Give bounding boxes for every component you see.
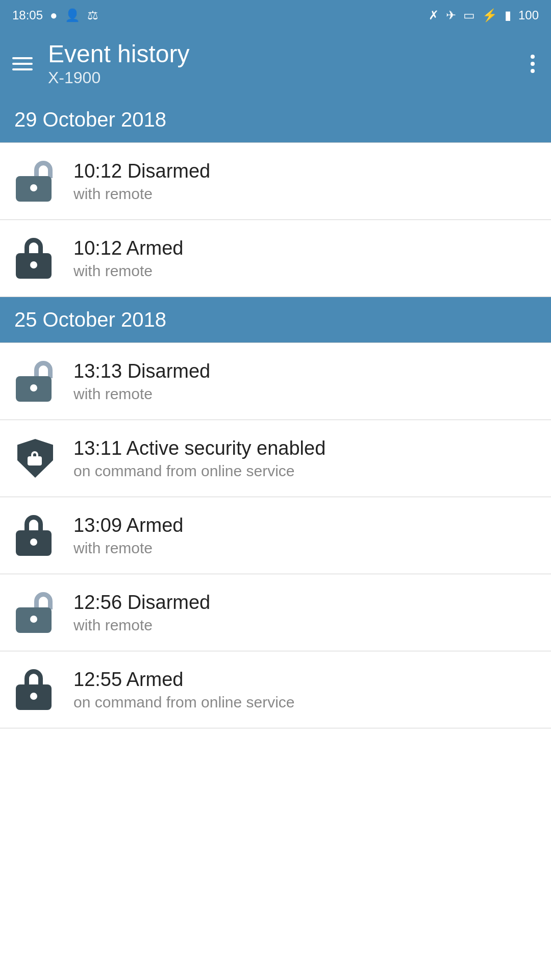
time-display: 18:05 [12,8,43,22]
event-icon-disarmed [12,590,58,635]
event-text: 12:55 Armed on command from online servi… [73,668,539,711]
lock-open-icon [16,161,55,202]
event-title: 13:13 Disarmed [73,360,539,383]
event-subtitle: with remote [73,617,539,634]
battery-icon: ▮ [505,8,511,22]
date-header-1: 29 October 2018 [0,97,551,142]
event-item: 12:56 Disarmed with remote [0,574,551,651]
event-title: 12:56 Disarmed [73,591,539,615]
event-icon-armed [12,512,58,558]
sim-icon: ▭ [463,8,475,22]
status-bar: 18:05 ● 👤 ⚖ ✗ ✈ ▭ ⚡ ▮ 100 [0,0,551,31]
messages-icon: ● [50,8,58,22]
status-right: ✗ ✈ ▭ ⚡ ▮ 100 [429,8,539,22]
event-title: 10:12 Disarmed [73,160,539,183]
more-options-button[interactable] [527,51,539,77]
status-left: 18:05 ● 👤 ⚖ [12,8,98,22]
lock-closed-icon [16,515,55,556]
event-subtitle: with remote [73,385,539,403]
lock-closed-icon [16,238,55,279]
event-title: 13:09 Armed [73,514,539,537]
shield-icon [16,438,55,479]
lock-closed-icon [16,669,55,710]
toolbar: Event history X-1900 [0,31,551,97]
battery-level: 100 [518,8,539,22]
event-text: 13:13 Disarmed with remote [73,360,539,403]
event-subtitle: on command from online service [73,694,539,711]
event-text: 13:09 Armed with remote [73,514,539,557]
event-item: 13:13 Disarmed with remote [0,343,551,420]
event-text: 12:56 Disarmed with remote [73,591,539,634]
usb-icon: ⚖ [87,8,98,22]
device-name: X-1900 [48,68,527,87]
people-icon: 👤 [65,8,80,22]
event-title: 13:11 Active security enabled [73,437,539,460]
event-item: 10:12 Armed with remote [0,220,551,297]
event-subtitle: with remote [73,185,539,203]
event-icon-disarmed [12,358,58,404]
toolbar-title-area: Event history X-1900 [48,40,527,88]
event-icon-armed [12,667,58,713]
event-icon-security [12,435,58,481]
event-item: 13:11 Active security enabled on command… [0,420,551,497]
event-icon-armed [12,235,58,281]
date-header-2: 25 October 2018 [0,297,551,342]
event-text: 10:12 Armed with remote [73,237,539,280]
charge-icon: ⚡ [482,8,497,22]
event-item: 12:55 Armed on command from online servi… [0,651,551,728]
event-text: 13:11 Active security enabled on command… [73,437,539,480]
lock-open-icon [16,592,55,633]
event-item: 13:09 Armed with remote [0,497,551,574]
lock-open-icon [16,361,55,402]
event-icon-disarmed [12,158,58,204]
event-title: 12:55 Armed [73,668,539,692]
event-subtitle: with remote [73,262,539,280]
event-title: 10:12 Armed [73,237,539,260]
page-title: Event history [48,40,527,68]
wifi-icon: ✈ [446,8,456,22]
bluetooth-icon: ✗ [429,8,439,22]
menu-button[interactable] [12,57,33,70]
event-text: 10:12 Disarmed with remote [73,160,539,203]
event-subtitle: with remote [73,540,539,557]
event-subtitle: on command from online service [73,462,539,480]
event-item: 10:12 Disarmed with remote [0,143,551,220]
